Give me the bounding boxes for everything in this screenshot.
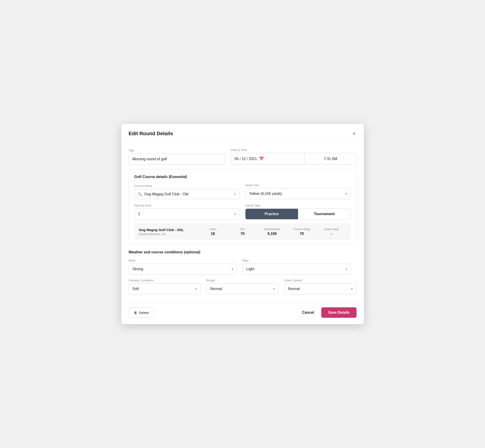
- game-type-group: Game Type Practice Tournament: [245, 204, 351, 219]
- edit-round-modal: Edit Round Details × Title Date & Time 0…: [121, 124, 364, 324]
- modal-header: Edit Round Details ×: [121, 124, 364, 142]
- time-value: 7:31 AM: [324, 157, 337, 161]
- fairway-group: Fairway Conditions Soft ▾: [129, 279, 201, 294]
- date-time-label: Date & Time: [231, 148, 356, 152]
- conditions-title: Weather and course conditions (optional): [129, 250, 356, 254]
- cancel-button[interactable]: Cancel: [300, 308, 316, 317]
- trash-icon: 🗑: [134, 311, 137, 315]
- save-button[interactable]: Save Details: [321, 307, 356, 318]
- title-label: Title: [129, 149, 226, 152]
- green-speed-label: Green Speed: [284, 279, 356, 282]
- course-rating-value: 70: [287, 232, 316, 236]
- select-tee-dropdown[interactable]: Yellow (6,156 yards) ▾: [245, 188, 351, 199]
- chevron-down-icon: ▾: [345, 192, 347, 196]
- course-stat-par: Par 70: [228, 228, 257, 236]
- date-field[interactable]: 05 / 12 / 2021 📅: [231, 153, 304, 165]
- close-button[interactable]: ×: [352, 130, 356, 137]
- course-stat-slope: Slope rating -: [316, 228, 346, 236]
- modal-body: Title Date & Time 05 / 12 / 2021 📅 7:31 …: [121, 142, 364, 301]
- fairway-value: Soft: [132, 287, 139, 291]
- course-info-name-main: Gog Magog Golf Club - Old,: [139, 228, 198, 232]
- wind-dropdown[interactable]: Strong ▾: [129, 264, 237, 274]
- yards-label: Yards(Yellow): [257, 228, 287, 231]
- fairway-label: Fairway Conditions: [129, 279, 201, 282]
- course-rating-label: Course rating: [287, 228, 316, 231]
- chevron-down-icon-4: ▾: [346, 267, 347, 271]
- time-field[interactable]: 7:31 AM: [304, 153, 356, 165]
- course-info-box: Gog Magog Golf Club - Old, Shelford Bott…: [134, 224, 351, 240]
- rain-group: Rain Light ▾: [242, 259, 351, 274]
- game-type-label: Game Type: [245, 204, 351, 207]
- wind-rain-row: Wind Strong ▾ Rain Light ▾: [129, 259, 356, 274]
- course-stat-holes: Holes 18: [198, 228, 228, 236]
- chevron-down-icon-5: ▾: [195, 287, 197, 291]
- holes-label: Holes: [198, 228, 228, 231]
- select-tee-label: Select Tee: [245, 184, 351, 187]
- course-info-name: Gog Magog Golf Club - Old, Shelford Bott…: [139, 228, 198, 236]
- course-name-value: Gog Magog Golf Club - Old: [144, 192, 231, 196]
- delete-button[interactable]: 🗑 Delete: [129, 308, 154, 318]
- rough-dropdown[interactable]: Normal ▾: [206, 283, 279, 294]
- course-name-group: Course Name 🔍 Gog Magog Golf Club - Old …: [134, 184, 240, 199]
- chevron-down-icon-2: ▾: [234, 212, 236, 216]
- select-tee-group: Select Tee Yellow (6,156 yards) ▾: [245, 184, 351, 199]
- course-stat-yards: Yards(Yellow) 6,156: [257, 228, 287, 236]
- footer-right: Cancel Save Details: [300, 307, 356, 318]
- title-group: Title: [129, 149, 226, 165]
- rough-group: Rough Normal ▾: [206, 279, 279, 294]
- rough-value: Normal: [210, 287, 222, 291]
- holes-value: 18: [198, 232, 228, 236]
- yards-value: 6,156: [257, 232, 287, 236]
- slope-rating-label: Slope rating: [316, 228, 346, 231]
- par-value: 70: [228, 232, 257, 236]
- conditions-section: Weather and course conditions (optional)…: [129, 250, 356, 294]
- course-section-title: Golf Course details (Essential): [134, 175, 351, 179]
- tournament-button[interactable]: Tournament: [298, 209, 351, 219]
- delete-label: Delete: [139, 311, 149, 315]
- wind-label: Wind: [129, 259, 237, 262]
- green-speed-dropdown[interactable]: Normal ▾: [284, 283, 356, 294]
- rough-label: Rough: [206, 279, 279, 282]
- date-time-group: Date & Time 05 / 12 / 2021 📅 7:31 AM: [231, 148, 356, 165]
- course-section: Golf Course details (Essential) Course N…: [129, 169, 356, 245]
- title-input[interactable]: [129, 154, 226, 165]
- hole-gametype-row: Starting Hole 1 ▾ Game Type Practice Tou…: [134, 204, 351, 219]
- search-icon: 🔍: [138, 192, 142, 196]
- wind-value: Strong: [132, 267, 143, 271]
- rain-value: Light: [246, 267, 254, 271]
- chevron-down-icon-6: ▾: [273, 287, 275, 291]
- calendar-icon: 📅: [259, 156, 264, 161]
- date-value: 05 / 12 / 2021: [234, 157, 257, 161]
- rain-dropdown[interactable]: Light ▾: [242, 264, 351, 274]
- starting-hole-dropdown[interactable]: 1 ▾: [134, 208, 240, 219]
- par-label: Par: [228, 228, 257, 231]
- practice-button[interactable]: Practice: [245, 209, 298, 219]
- starting-hole-value: 1: [138, 212, 140, 216]
- course-name-tee-row: Course Name 🔍 Gog Magog Golf Club - Old …: [134, 184, 351, 199]
- green-speed-group: Green Speed Normal ▾: [284, 279, 356, 294]
- modal-title: Edit Round Details: [129, 131, 173, 136]
- slope-rating-value: -: [316, 232, 346, 236]
- rain-label: Rain: [242, 259, 351, 262]
- title-date-row: Title Date & Time 05 / 12 / 2021 📅 7:31 …: [129, 148, 356, 165]
- starting-hole-label: Starting Hole: [134, 204, 240, 207]
- fairway-dropdown[interactable]: Soft ▾: [129, 283, 201, 294]
- select-tee-value: Yellow (6,156 yards): [249, 192, 282, 196]
- fairway-rough-green-row: Fairway Conditions Soft ▾ Rough Normal ▾…: [129, 279, 356, 294]
- game-type-toggle: Practice Tournament: [245, 208, 351, 219]
- course-name-label: Course Name: [134, 184, 240, 188]
- chevron-down-icon-7: ▾: [351, 287, 353, 291]
- green-speed-value: Normal: [288, 287, 300, 291]
- wind-group: Wind Strong ▾: [129, 259, 237, 274]
- clear-icon[interactable]: ✕: [233, 192, 236, 196]
- course-stat-rating: Course rating 70: [287, 228, 316, 236]
- course-info-location: Shelford Bottom, UK: [139, 232, 198, 236]
- course-name-field[interactable]: 🔍 Gog Magog Golf Club - Old ✕: [134, 189, 240, 199]
- chevron-down-icon-3: ▾: [232, 267, 233, 271]
- date-time-row: 05 / 12 / 2021 📅 7:31 AM: [231, 153, 356, 165]
- starting-hole-group: Starting Hole 1 ▾: [134, 204, 240, 219]
- modal-footer: 🗑 Delete Cancel Save Details: [121, 303, 364, 324]
